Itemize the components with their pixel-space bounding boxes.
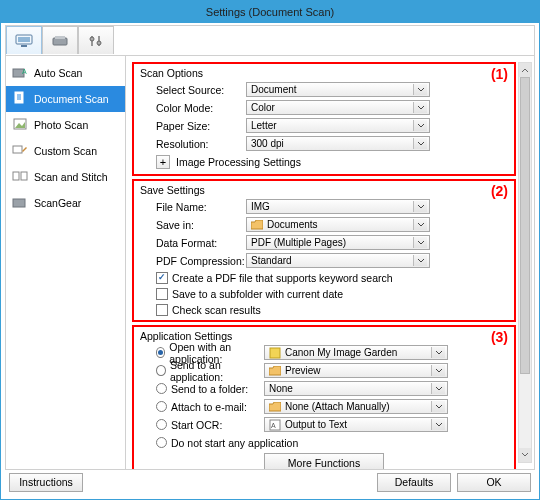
svg-rect-1 [18, 37, 30, 42]
combo-value: Preview [285, 365, 321, 376]
scroll-track[interactable] [519, 77, 531, 448]
settings-window: Settings (Document Scan) [0, 0, 540, 500]
chevron-down-icon [413, 138, 427, 149]
color-mode-label: Color Mode: [138, 102, 246, 114]
sidebar-item-scangear[interactable]: ScanGear [6, 190, 125, 216]
vertical-scrollbar[interactable] [518, 62, 532, 463]
select-source-combo[interactable]: Document [246, 82, 430, 97]
tab-general-settings[interactable] [78, 26, 114, 54]
scanner-icon [51, 34, 69, 48]
sidebar: A Auto Scan Document Scan Photo Scan [6, 56, 126, 469]
sidebar-item-photo-scan[interactable]: Photo Scan [6, 112, 125, 138]
sidebar-label: Scan and Stitch [34, 171, 108, 183]
resolution-label: Resolution: [138, 138, 246, 150]
start-ocr-combo[interactable]: A Output to Text [264, 417, 448, 432]
scroll-down-arrow-icon[interactable] [519, 448, 531, 462]
combo-value: None [269, 383, 293, 394]
svg-rect-17 [13, 146, 22, 153]
window-title: Settings (Document Scan) [206, 6, 334, 18]
radio-start-ocr[interactable] [156, 419, 167, 430]
paper-size-combo[interactable]: Letter [246, 118, 430, 133]
annotation-label-1: (1) [491, 66, 508, 82]
sidebar-label: Custom Scan [34, 145, 97, 157]
radio-label-text: Do not start any application [171, 437, 298, 449]
folder-icon [251, 219, 263, 231]
attach-email-combo[interactable]: None (Attach Manually) [264, 399, 448, 414]
image-processing-label: Image Processing Settings [176, 156, 301, 168]
combo-value: Output to Text [285, 419, 347, 430]
annotation-label-3: (3) [491, 329, 508, 345]
svg-rect-19 [21, 172, 27, 180]
app-icon [269, 347, 281, 359]
sidebar-item-document-scan[interactable]: Document Scan [6, 86, 125, 112]
svg-point-8 [97, 41, 101, 45]
open-with-app-combo[interactable]: Canon My Image Garden [264, 345, 448, 360]
checkbox-subfolder-date[interactable] [156, 288, 168, 300]
chevron-down-icon [431, 401, 445, 412]
dialog-footer: Instructions Defaults OK [5, 470, 535, 495]
ocr-icon: A [269, 419, 281, 431]
chevron-down-icon [431, 419, 445, 430]
save-in-combo[interactable]: Documents [246, 217, 430, 232]
combo-value: 300 dpi [251, 138, 284, 149]
radio-label-text: Send to a folder: [171, 383, 248, 395]
radio-open-with-app[interactable] [156, 347, 165, 358]
radio-send-to-app[interactable] [156, 365, 166, 376]
send-to-folder-combo[interactable]: None [264, 381, 448, 396]
radio-do-not-start[interactable] [156, 437, 167, 448]
combo-value: Color [251, 102, 275, 113]
data-format-combo[interactable]: PDF (Multiple Pages) [246, 235, 430, 250]
sidebar-item-auto-scan[interactable]: A Auto Scan [6, 60, 125, 86]
more-functions-button[interactable]: More Functions [264, 453, 384, 469]
scroll-thumb[interactable] [520, 77, 530, 374]
radio-label-text: Attach to e-mail: [171, 401, 247, 413]
radio-send-to-folder[interactable] [156, 383, 167, 394]
combo-value: Canon My Image Garden [285, 347, 397, 358]
button-label: Defaults [395, 476, 434, 488]
custom-scan-icon [12, 143, 28, 159]
photo-scan-icon [12, 117, 28, 133]
pdf-compression-combo[interactable]: Standard [246, 253, 430, 268]
paper-size-label: Paper Size: [138, 120, 246, 132]
sidebar-label: Photo Scan [34, 119, 88, 131]
monitor-icon [15, 34, 33, 48]
section-save-settings: Save Settings [138, 183, 510, 198]
file-name-combo[interactable]: IMG [246, 199, 430, 214]
file-name-label: File Name: [138, 201, 246, 213]
svg-rect-20 [13, 199, 25, 207]
color-mode-combo[interactable]: Color [246, 100, 430, 115]
checkbox-keyword-search[interactable] [156, 272, 168, 284]
main-split: A Auto Scan Document Scan Photo Scan [6, 56, 534, 469]
tab-scan-from-operation-panel[interactable] [42, 26, 78, 54]
combo-value: PDF (Multiple Pages) [251, 237, 346, 248]
svg-rect-3 [53, 38, 67, 45]
pdf-compression-label: PDF Compression: [138, 255, 246, 267]
sidebar-item-custom-scan[interactable]: Custom Scan [6, 138, 125, 164]
combo-value: Documents [267, 219, 318, 230]
content-zone: A Auto Scan Document Scan Photo Scan [5, 25, 535, 470]
radio-attach-email[interactable] [156, 401, 167, 412]
radio-label-text: Send to an application: [170, 359, 264, 383]
checkbox-check-results[interactable] [156, 304, 168, 316]
instructions-button[interactable]: Instructions [9, 473, 83, 492]
svg-rect-4 [55, 36, 65, 39]
chevron-down-icon [413, 219, 427, 230]
checkbox-label: Save to a subfolder with current date [172, 288, 343, 300]
resolution-combo[interactable]: 300 dpi [246, 136, 430, 151]
svg-rect-18 [13, 172, 19, 180]
sidebar-item-scan-and-stitch[interactable]: Scan and Stitch [6, 164, 125, 190]
send-to-app-combo[interactable]: Preview [264, 363, 448, 378]
checkbox-label: Create a PDF file that supports keyword … [172, 272, 393, 284]
sidebar-label: ScanGear [34, 197, 81, 209]
scroll-up-arrow-icon[interactable] [519, 63, 531, 77]
chevron-down-icon [413, 237, 427, 248]
annotation-box-1: (1) Scan Options Select Source: Document… [132, 62, 516, 176]
tab-scan-from-computer[interactable] [6, 26, 42, 54]
ok-button[interactable]: OK [457, 473, 531, 492]
expand-image-processing[interactable]: + [156, 155, 170, 169]
settings-content: (1) Scan Options Select Source: Document… [126, 56, 534, 469]
sidebar-label: Auto Scan [34, 67, 82, 79]
defaults-button[interactable]: Defaults [377, 473, 451, 492]
chevron-down-icon [413, 201, 427, 212]
svg-text:A: A [271, 422, 276, 429]
